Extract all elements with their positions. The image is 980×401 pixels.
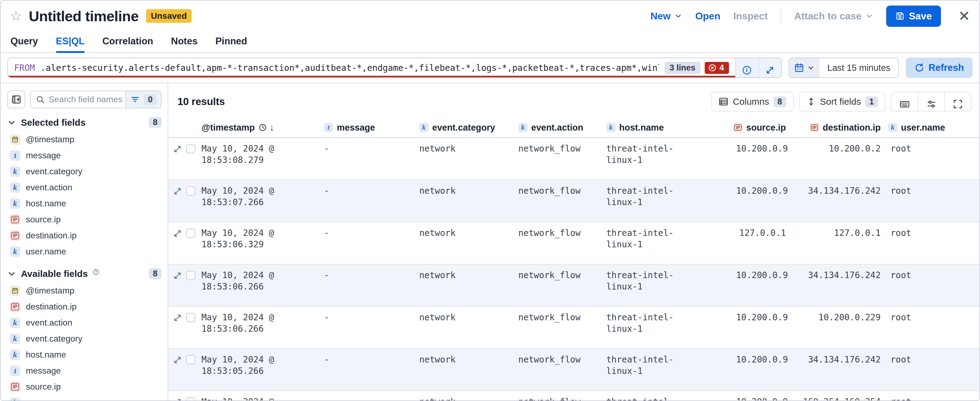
row-checkbox[interactable] bbox=[186, 186, 195, 196]
keyboard-shortcuts-button[interactable] bbox=[891, 93, 918, 111]
help-icon[interactable] bbox=[92, 268, 99, 275]
cell-event-action: network_flow bbox=[515, 138, 603, 180]
expand-event-icon[interactable] bbox=[173, 356, 182, 364]
cell-source-ip: 10.200.0.9 bbox=[732, 391, 790, 400]
column-header-event-category[interactable]: kevent.category bbox=[415, 123, 515, 133]
sort-desc-icon: ↓ bbox=[269, 122, 274, 133]
column-header-destination-ip[interactable]: IPdestination.ip bbox=[790, 123, 885, 133]
row-checkbox[interactable] bbox=[186, 228, 195, 238]
chevron-down-icon[interactable] bbox=[7, 118, 16, 127]
cell-host-name: threat-intel- linux-1 bbox=[603, 265, 732, 306]
ip-field-icon: IP bbox=[10, 214, 20, 225]
expand-event-icon[interactable] bbox=[173, 398, 182, 400]
tab-esql[interactable]: ES|QL bbox=[56, 36, 84, 52]
field-item-user-name[interactable]: kuser.name bbox=[7, 244, 161, 260]
row-checkbox[interactable] bbox=[186, 397, 195, 400]
cell-destination-ip: 10.200.0.2 bbox=[790, 138, 885, 180]
field-item-message[interactable]: tmessage bbox=[7, 147, 161, 163]
attach-to-case-button[interactable]: Attach to case bbox=[794, 10, 873, 22]
date-quick-select-button[interactable] bbox=[789, 58, 819, 77]
time-range-value[interactable]: Last 15 minutes bbox=[819, 58, 899, 77]
close-icon[interactable]: ✕ bbox=[958, 9, 970, 23]
field-item-event-category[interactable]: kevent.category bbox=[7, 331, 161, 347]
field-item--timestamp[interactable]: @timestamp bbox=[7, 131, 161, 147]
cell-destination-ip: 34.134.176.242 bbox=[790, 349, 885, 391]
fullscreen-button[interactable] bbox=[944, 93, 971, 111]
expand-event-icon[interactable] bbox=[173, 313, 182, 322]
open-button[interactable]: Open bbox=[695, 10, 721, 22]
column-header-host-name[interactable]: khost.name bbox=[603, 123, 732, 133]
esql-docs-button[interactable] bbox=[736, 58, 758, 77]
field-item-event-action[interactable]: kevent.action bbox=[7, 180, 161, 196]
cell-message: - bbox=[320, 265, 415, 306]
info-icon bbox=[742, 65, 752, 75]
chevron-down-icon[interactable] bbox=[7, 270, 16, 278]
field-item-event-action[interactable]: kevent.action bbox=[7, 315, 161, 331]
expand-editor-button[interactable] bbox=[758, 58, 781, 77]
field-item-host-name[interactable]: khost.name bbox=[7, 347, 161, 363]
column-header-source-ip[interactable]: IPsource.ip bbox=[732, 123, 790, 133]
cell-message: - bbox=[320, 180, 415, 222]
display-options-button[interactable] bbox=[918, 93, 944, 111]
cell-destination-ip: 34.134.176.242 bbox=[790, 180, 885, 222]
cell-host-name: threat-intel- linux-1 bbox=[603, 307, 732, 348]
cell-timestamp: May 10, 2024 @ 18:53:08.279 bbox=[198, 138, 320, 180]
field-item-event-category[interactable]: kevent.category bbox=[7, 163, 161, 180]
esql-input[interactable]: FROM .alerts-security.alerts-default,apm… bbox=[8, 58, 735, 77]
row-checkbox[interactable] bbox=[186, 144, 195, 153]
field-item--timestamp[interactable]: @timestamp bbox=[7, 283, 161, 299]
field-name: event.category bbox=[26, 334, 83, 344]
column-header-event-action[interactable]: kevent.action bbox=[515, 123, 603, 133]
expand-event-icon[interactable] bbox=[173, 145, 182, 153]
lines-badge[interactable]: 3 lines bbox=[665, 62, 700, 74]
field-name: user.name bbox=[26, 398, 66, 400]
error-cross-icon bbox=[708, 64, 716, 72]
cell-destination-ip: 34.134.176.242 bbox=[790, 265, 885, 306]
field-name: event.action bbox=[26, 183, 72, 192]
row-controls bbox=[168, 265, 198, 306]
sort-fields-button[interactable]: Sort fields 1 bbox=[799, 92, 885, 112]
available-fields-header: Available fields 8 bbox=[7, 268, 161, 279]
field-name: @timestamp bbox=[26, 134, 75, 144]
keyboard-icon bbox=[899, 99, 910, 109]
field-item-message[interactable]: tmessage bbox=[7, 363, 161, 379]
inspect-button[interactable]: Inspect bbox=[733, 10, 768, 22]
row-checkbox[interactable] bbox=[186, 271, 195, 280]
chevron-down-icon bbox=[807, 64, 815, 72]
column-header-message[interactable]: tmessage bbox=[320, 123, 415, 133]
row-checkbox[interactable] bbox=[186, 313, 195, 322]
row-checkbox[interactable] bbox=[186, 355, 195, 364]
field-name: host.name bbox=[26, 350, 66, 360]
columns-button[interactable]: Columns 8 bbox=[711, 92, 793, 112]
field-item-source-ip[interactable]: IPsource.ip bbox=[7, 379, 161, 395]
expand-event-icon[interactable] bbox=[173, 229, 182, 238]
field-item-host-name[interactable]: khost.name bbox=[7, 196, 161, 212]
field-item-source-ip[interactable]: IPsource.ip bbox=[7, 212, 161, 228]
results-data-grid: @timestamp↓tmessagekevent.categorykevent… bbox=[168, 118, 979, 400]
collapse-sidebar-button[interactable] bbox=[7, 91, 25, 109]
tab-pinned[interactable]: Pinned bbox=[215, 36, 247, 52]
favorite-star-icon[interactable]: ☆ bbox=[10, 9, 22, 23]
cell-destination-ip: 127.0.0.1 bbox=[790, 222, 885, 264]
new-menu-button[interactable]: New bbox=[650, 10, 682, 22]
field-filter-button[interactable]: 0 bbox=[126, 91, 161, 108]
expand-event-icon[interactable] bbox=[173, 272, 182, 280]
column-label: message bbox=[337, 123, 375, 133]
field-item-user-name[interactable]: kuser.name bbox=[7, 395, 161, 400]
tab-correlation[interactable]: Correlation bbox=[102, 36, 153, 52]
field-name: destination.ip bbox=[26, 231, 76, 241]
tab-query[interactable]: Query bbox=[10, 36, 38, 52]
expand-event-icon[interactable] bbox=[173, 187, 182, 196]
field-item-destination-ip[interactable]: IPdestination.ip bbox=[7, 299, 161, 315]
refresh-button[interactable]: Refresh bbox=[906, 58, 973, 78]
field-item-destination-ip[interactable]: IPdestination.ip bbox=[7, 228, 161, 244]
keyword-field-icon: k bbox=[10, 318, 20, 328]
save-button[interactable]: Save bbox=[886, 6, 941, 27]
results-panel: 10 results Columns 8 Sort fields 1 bbox=[168, 83, 979, 400]
search-field-names-input[interactable] bbox=[49, 94, 126, 104]
column-header-user-name[interactable]: kuser.name bbox=[885, 123, 979, 133]
error-count-badge[interactable]: 4 bbox=[705, 62, 729, 74]
filter-count-badge: 0 bbox=[144, 94, 157, 105]
column-header--timestamp[interactable]: @timestamp↓ bbox=[198, 122, 320, 133]
tab-notes[interactable]: Notes bbox=[171, 36, 197, 52]
